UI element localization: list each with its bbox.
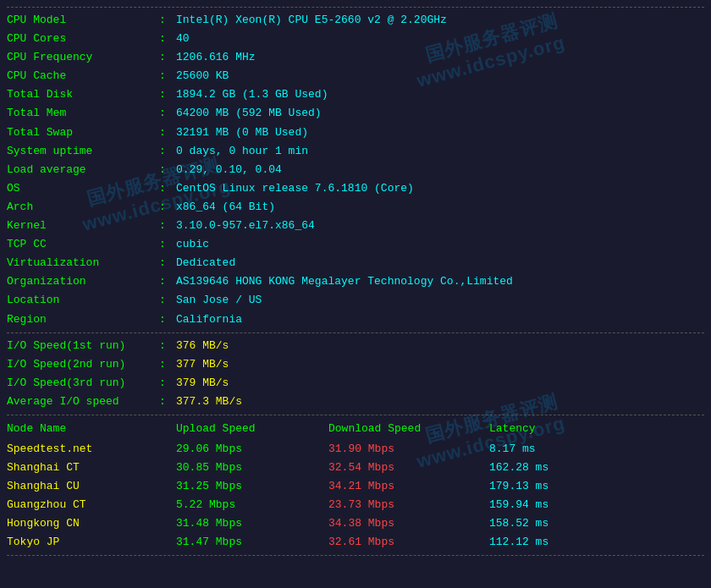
io-label: Average I/O speed (7, 393, 159, 411)
io-speed-row: Average I/O speed : 377.3 MB/s (7, 393, 704, 411)
net-node: Shanghai CT (7, 459, 176, 477)
net-node: Shanghai CU (7, 477, 176, 496)
info-colon: : (159, 310, 176, 329)
system-info-row: CPU Frequency : 1206.616 MHz (7, 48, 704, 67)
info-value: 0 days, 0 hour 1 min (176, 142, 704, 161)
system-info-row: Kernel : 3.10.0-957.el7.x86_64 (7, 217, 704, 235)
system-info-row: CPU Cache : 25600 KB (7, 67, 704, 85)
info-value: x86_64 (64 Bit) (176, 198, 704, 217)
info-label: Total Disk (7, 85, 159, 104)
net-download: 31.90 Mbps (328, 440, 489, 459)
col-header-node: Node Name (7, 419, 176, 440)
net-latency: 158.52 ms (489, 514, 704, 533)
mid-divider-2 (7, 415, 704, 415)
system-info-row: Region : California (7, 310, 704, 329)
info-colon: : (159, 48, 176, 67)
top-divider (7, 7, 704, 8)
system-info-row: Organization : AS139646 HONG KONG Megala… (7, 272, 704, 291)
system-info-row: Virtualization : Dedicated (7, 254, 704, 272)
info-label: Arch (7, 198, 159, 217)
info-label: CPU Frequency (7, 48, 159, 67)
io-label: I/O Speed(3rd run) (7, 374, 159, 393)
io-colon: : (159, 337, 176, 355)
net-node: Hongkong CN (7, 514, 176, 533)
io-speed-section: I/O Speed(1st run) : 376 MB/s I/O Speed(… (7, 337, 704, 411)
net-latency: 159.94 ms (489, 496, 704, 514)
system-info-row: Total Swap : 32191 MB (0 MB Used) (7, 124, 704, 142)
network-data-row: Shanghai CU 31.25 Mbps 34.21 Mbps 179.13… (7, 477, 704, 496)
info-label: Total Mem (7, 104, 159, 123)
net-upload: 31.47 Mbps (176, 533, 328, 552)
network-data-row: Speedtest.net 29.06 Mbps 31.90 Mbps 8.17… (7, 440, 704, 459)
info-colon: : (159, 85, 176, 104)
info-label: OS (7, 179, 159, 198)
info-value: 40 (176, 30, 704, 48)
info-colon: : (159, 217, 176, 235)
info-label: CPU Model (7, 11, 159, 30)
net-upload: 31.48 Mbps (176, 514, 328, 533)
info-value: CentOS Linux release 7.6.1810 (Core) (176, 179, 704, 198)
info-value: 3.10.0-957.el7.x86_64 (176, 217, 704, 235)
info-colon: : (159, 198, 176, 217)
io-colon: : (159, 393, 176, 411)
network-data-row: Guangzhou CT 5.22 Mbps 23.73 Mbps 159.94… (7, 496, 704, 514)
info-colon: : (159, 11, 176, 30)
info-colon: : (159, 161, 176, 179)
io-value: 379 MB/s (176, 374, 704, 393)
io-label: I/O Speed(1st run) (7, 337, 159, 355)
system-info-row: CPU Model : Intel(R) Xeon(R) CPU E5-2660… (7, 11, 704, 30)
net-download: 32.54 Mbps (328, 459, 489, 477)
system-info-section: CPU Model : Intel(R) Xeon(R) CPU E5-2660… (7, 11, 704, 329)
info-label: System uptime (7, 142, 159, 161)
info-colon: : (159, 67, 176, 85)
io-value: 377.3 MB/s (176, 393, 704, 411)
system-info-row: Total Disk : 1894.2 GB (1.3 GB Used) (7, 85, 704, 104)
net-upload: 31.25 Mbps (176, 477, 328, 496)
info-colon: : (159, 30, 176, 48)
info-value: Dedicated (176, 254, 704, 272)
info-label: Region (7, 310, 159, 329)
network-table-section: Node Name Upload Speed Download Speed La… (7, 419, 704, 552)
info-value: San Jose / US (176, 291, 704, 310)
info-label: Virtualization (7, 254, 159, 272)
info-label: CPU Cache (7, 67, 159, 85)
info-value: Intel(R) Xeon(R) CPU E5-2660 v2 @ 2.20GH… (176, 11, 704, 30)
info-value: 1894.2 GB (1.3 GB Used) (176, 85, 704, 104)
info-label: CPU Cores (7, 30, 159, 48)
col-header-download: Download Speed (328, 419, 489, 440)
net-node: Tokyo JP (7, 533, 176, 552)
info-colon: : (159, 291, 176, 310)
io-speed-row: I/O Speed(3rd run) : 379 MB/s (7, 374, 704, 393)
info-colon: : (159, 124, 176, 142)
net-node: Guangzhou CT (7, 496, 176, 514)
info-label: Load average (7, 161, 159, 179)
net-download: 34.38 Mbps (328, 514, 489, 533)
net-latency: 162.28 ms (489, 459, 704, 477)
system-info-row: Location : San Jose / US (7, 291, 704, 310)
net-latency: 179.13 ms (489, 477, 704, 496)
info-label: Kernel (7, 217, 159, 235)
net-upload: 30.85 Mbps (176, 459, 328, 477)
info-label: Location (7, 291, 159, 310)
info-colon: : (159, 142, 176, 161)
net-latency: 8.17 ms (489, 440, 704, 459)
bottom-divider (7, 555, 704, 556)
io-value: 376 MB/s (176, 337, 704, 355)
mid-divider-1 (7, 332, 704, 333)
io-value: 377 MB/s (176, 355, 704, 374)
io-speed-row: I/O Speed(2nd run) : 377 MB/s (7, 355, 704, 374)
net-node: Speedtest.net (7, 440, 176, 459)
io-speed-row: I/O Speed(1st run) : 376 MB/s (7, 337, 704, 355)
network-data-row: Tokyo JP 31.47 Mbps 32.61 Mbps 112.12 ms (7, 533, 704, 552)
io-colon: : (159, 355, 176, 374)
info-value: 0.29, 0.10, 0.04 (176, 161, 704, 179)
info-label: TCP CC (7, 235, 159, 254)
info-value: AS139646 HONG KONG Megalayer Technology … (176, 272, 704, 291)
system-info-row: Total Mem : 64200 MB (592 MB Used) (7, 104, 704, 123)
info-value: 64200 MB (592 MB Used) (176, 104, 704, 123)
info-colon: : (159, 179, 176, 198)
info-label: Total Swap (7, 124, 159, 142)
system-info-row: CPU Cores : 40 (7, 30, 704, 48)
network-rows: Speedtest.net 29.06 Mbps 31.90 Mbps 8.17… (7, 440, 704, 552)
info-value: cubic (176, 235, 704, 254)
